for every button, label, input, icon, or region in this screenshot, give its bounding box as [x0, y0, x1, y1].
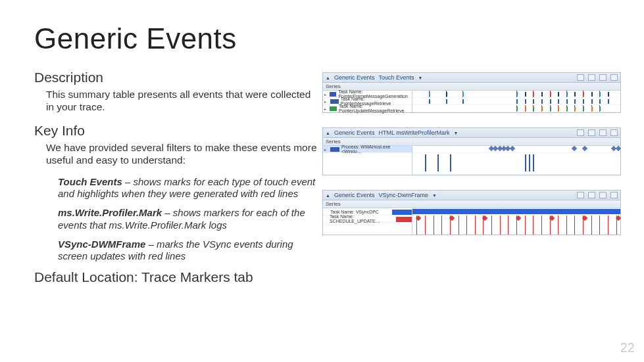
close-icon[interactable]	[610, 129, 618, 136]
legend-label: Task Name: SCHEDULE_UPDATE…	[330, 214, 392, 223]
filter-name: Touch Events	[58, 176, 122, 187]
timeline-band	[412, 215, 620, 235]
page-number: 22	[620, 340, 635, 355]
expand-icon[interactable]	[324, 210, 328, 214]
panel-legend: Task Name: VSyncDPC Task Name: SCHEDULE_…	[323, 208, 412, 235]
dropdown-icon[interactable]: ▼	[453, 131, 458, 135]
expand-icon[interactable]: ▲	[326, 76, 330, 80]
filter-item-mswrite: ms.Write.Profiler.Mark – shows markers f…	[46, 207, 317, 232]
timeline-band	[412, 98, 620, 105]
legend-swatch	[330, 92, 337, 97]
timeline-band	[412, 208, 620, 215]
expand-icon[interactable]: ▸	[324, 106, 328, 111]
panel-body: ▸Process: WWAHost.exe <Windo…	[323, 146, 620, 175]
timeline[interactable]	[412, 208, 620, 235]
panel-title-name: VSync-DwmFrame	[378, 192, 428, 198]
panel-title-prefix: Generic Events	[334, 129, 375, 136]
window-button[interactable]	[599, 192, 607, 198]
window-button[interactable]	[599, 74, 607, 81]
filter-list: Touch Events – shows marks for each type…	[34, 176, 317, 263]
keyinfo-heading: Key Info	[34, 123, 317, 139]
dropdown-icon[interactable]: ▼	[432, 193, 437, 198]
legend-label: Task Name: VSyncDPC	[330, 210, 379, 214]
legend-swatch	[392, 210, 412, 215]
legend-row[interactable]: ▸Process: WWAHost.exe <Windo…	[323, 146, 412, 153]
window-button[interactable]	[577, 74, 584, 81]
legend-empty	[323, 153, 412, 175]
window-button[interactable]	[577, 129, 584, 136]
legend-empty	[323, 223, 412, 235]
filter-name: VSync-DWMFrame	[58, 238, 145, 250]
timeline[interactable]	[412, 146, 620, 175]
description-body: This summary table presents all events t…	[34, 88, 317, 114]
panel-title-name: HTML msWriteProfilerMark	[378, 129, 449, 136]
panel-body: Task Name: VSyncDPC Task Name: SCHEDULE_…	[323, 208, 620, 235]
close-icon[interactable]	[610, 192, 618, 198]
legend-swatch	[330, 99, 339, 104]
window-button[interactable]	[599, 129, 607, 136]
legend-row[interactable]: ▸Task Name: PointerUpdateMessageRetrieve	[323, 105, 412, 112]
body-row: Description This summary table presents …	[34, 70, 610, 285]
page-title: Generic Events	[34, 22, 610, 55]
legend-row[interactable]: Task Name: SCHEDULE_UPDATE…	[323, 215, 412, 223]
expand-icon[interactable]: ▸	[324, 99, 328, 104]
panel-vsync: ▲ Generic Events VSync-DwmFrame ▼ Series…	[322, 190, 621, 235]
panel-legend: ▸Task Name: PointerFrameMessageGeneratio…	[323, 91, 412, 112]
filter-item-vsync: VSync-DWMFrame – marks the VSync events …	[46, 238, 317, 263]
timeline-band	[412, 146, 620, 153]
description-heading: Description	[34, 70, 317, 85]
timeline-band	[412, 105, 620, 112]
filter-name: ms.Write.Profiler.Mark	[58, 207, 162, 218]
panel-titlebar: ▲ Generic Events VSync-DwmFrame ▼	[323, 191, 620, 200]
window-button[interactable]	[588, 192, 595, 198]
panel-titlebar: ▲ Generic Events HTML msWriteProfilerMar…	[323, 128, 620, 138]
panel-body: ▸Task Name: PointerFrameMessageGeneratio…	[323, 91, 620, 112]
timeline-band	[412, 153, 620, 175]
expand-icon[interactable]	[324, 217, 328, 221]
legend-swatch	[330, 147, 339, 152]
expand-icon[interactable]: ▸	[324, 92, 328, 97]
legend-label: Task Name: PointerUpdateMessageRetrieve	[339, 104, 412, 113]
filter-item-touch: Touch Events – shows marks for each type…	[46, 176, 317, 201]
timeline[interactable]	[412, 91, 620, 112]
panel-title-name: Touch Events	[378, 74, 414, 81]
left-column: Description This summary table presents …	[34, 70, 317, 285]
panel-mswrite: ▲ Generic Events HTML msWriteProfilerMar…	[322, 127, 621, 175]
panel-touch-events: ▲ Generic Events Touch Events ▼ Series ▸…	[322, 72, 621, 113]
panel-legend: ▸Process: WWAHost.exe <Windo…	[323, 146, 412, 175]
legend-label: Process: WWAHost.exe <Windo…	[341, 145, 412, 154]
window-button[interactable]	[588, 74, 595, 81]
right-column: ▲ Generic Events Touch Events ▼ Series ▸…	[322, 70, 621, 235]
slide: Generic Events Description This summary …	[0, 0, 644, 285]
dropdown-icon[interactable]: ▼	[418, 76, 423, 80]
panel-title-prefix: Generic Events	[334, 192, 375, 198]
default-location: Default Location: Trace Markers tab	[34, 269, 317, 285]
legend-swatch	[396, 217, 412, 222]
window-button[interactable]	[588, 129, 595, 136]
keyinfo-intro: We have provided several filters to make…	[34, 141, 317, 167]
legend-swatch	[330, 106, 337, 111]
expand-icon[interactable]: ▲	[326, 131, 330, 135]
series-header: Series	[323, 200, 620, 208]
panel-titlebar: ▲ Generic Events Touch Events ▼	[323, 73, 620, 83]
panel-title-prefix: Generic Events	[334, 74, 375, 81]
window-button[interactable]	[577, 192, 584, 198]
timeline-band	[412, 91, 620, 98]
expand-icon[interactable]: ▸	[324, 147, 328, 152]
expand-icon[interactable]: ▲	[326, 193, 330, 198]
close-icon[interactable]	[610, 74, 618, 81]
